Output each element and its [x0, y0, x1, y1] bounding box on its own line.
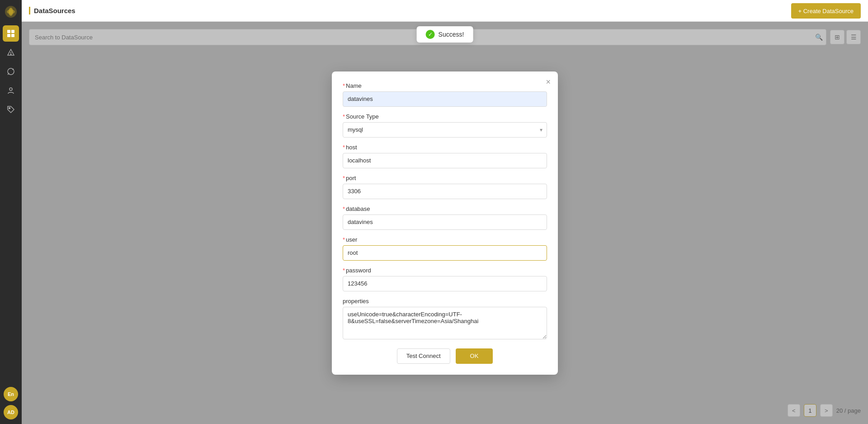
topbar: DataSources	[22, 0, 868, 22]
name-label: *Name	[343, 82, 547, 89]
language-switcher[interactable]: En	[4, 387, 18, 401]
page-title: DataSources	[29, 7, 75, 14]
source-type-field: *Source Type mysql postgresql clickhouse…	[343, 113, 547, 138]
svg-point-8	[10, 54, 11, 55]
source-type-select-wrap: mysql postgresql clickhouse ▾	[343, 122, 547, 138]
password-label: *password	[343, 267, 547, 274]
svg-rect-5	[7, 34, 10, 37]
host-input[interactable]	[343, 153, 547, 168]
properties-field: properties useUnicode=true&characterEnco…	[343, 298, 547, 341]
content-area: 🔍 ⊞ ☰ < 1 > 20 / page ✓ Success! ×	[22, 22, 868, 424]
properties-textarea[interactable]: useUnicode=true&characterEncoding=UTF-8&…	[343, 307, 547, 339]
create-datasource-modal: × *Name *Source Type mysql	[332, 71, 558, 375]
properties-label: properties	[343, 298, 547, 305]
sidebar-item-users[interactable]	[3, 82, 19, 99]
modal-close-button[interactable]: ×	[546, 78, 551, 86]
database-field: *database	[343, 205, 547, 230]
create-datasource-button[interactable]: + Create DataSource	[791, 3, 861, 19]
create-button-label: + Create DataSource	[798, 8, 854, 14]
svg-rect-3	[7, 30, 10, 33]
host-label: *host	[343, 144, 547, 151]
source-type-select[interactable]: mysql postgresql clickhouse	[343, 122, 547, 138]
name-field: *Name	[343, 82, 547, 107]
svg-point-2	[7, 10, 15, 14]
host-field: *host	[343, 144, 547, 168]
toast-check-icon: ✓	[426, 30, 435, 39]
port-field: *port	[343, 175, 547, 199]
port-input[interactable]	[343, 184, 547, 199]
ok-button[interactable]: OK	[456, 348, 493, 364]
database-label: *database	[343, 205, 547, 212]
app-logo	[4, 5, 18, 19]
password-input[interactable]	[343, 276, 547, 291]
svg-rect-4	[11, 30, 14, 33]
port-label: *port	[343, 175, 547, 181]
modal-overlay: ✓ Success! × *Name *Source Type	[22, 22, 868, 424]
modal-footer: Test Connect OK	[343, 348, 547, 364]
user-label: *user	[343, 236, 547, 243]
sidebar: En AD	[0, 0, 22, 424]
sidebar-item-alert[interactable]	[3, 44, 19, 61]
user-input[interactable]	[343, 245, 547, 261]
sidebar-item-tags[interactable]	[3, 101, 19, 118]
svg-rect-6	[11, 34, 14, 37]
success-toast: ✓ Success!	[417, 26, 473, 43]
database-input[interactable]	[343, 214, 547, 230]
main-content: DataSources + Create DataSource 🔍 ⊞ ☰ < …	[22, 0, 868, 424]
svg-point-12	[9, 88, 12, 91]
source-type-label: *Source Type	[343, 113, 547, 120]
name-input[interactable]	[343, 91, 547, 107]
sidebar-item-dashboard[interactable]	[3, 25, 19, 42]
test-connect-button[interactable]: Test Connect	[397, 348, 450, 364]
sidebar-item-targets[interactable]	[3, 63, 19, 80]
password-field: *password	[343, 267, 547, 291]
toast-message: Success!	[439, 31, 464, 38]
svg-point-13	[9, 108, 10, 109]
user-field: *user	[343, 236, 547, 261]
user-avatar[interactable]: AD	[4, 405, 18, 419]
